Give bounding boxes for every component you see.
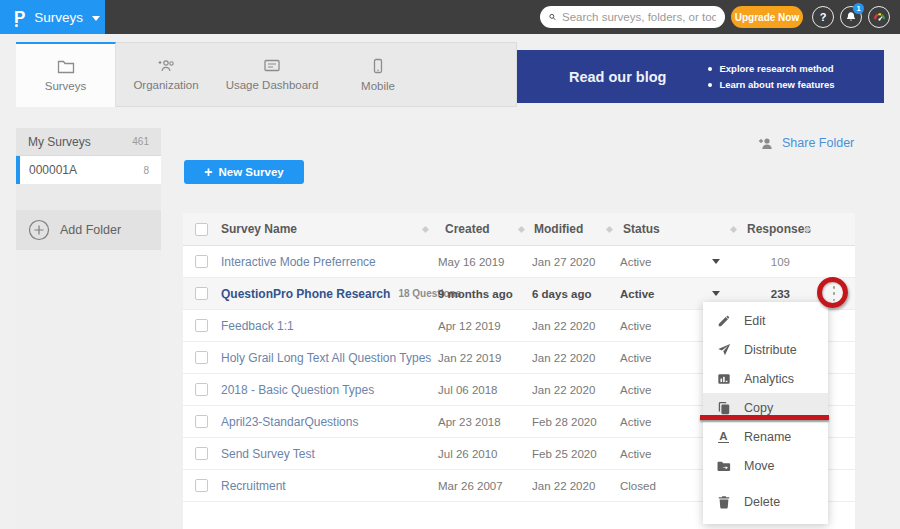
move-folder-icon bbox=[716, 459, 731, 473]
status-cell[interactable]: Active bbox=[620, 246, 651, 277]
tab-usage-dashboard[interactable]: Usage Dashboard bbox=[216, 43, 328, 106]
usage-meter-button[interactable] bbox=[868, 6, 890, 28]
column-header-modified[interactable]: Modified bbox=[534, 213, 583, 245]
bullet-icon bbox=[708, 83, 712, 87]
global-search[interactable] bbox=[540, 6, 725, 28]
row-checkbox[interactable] bbox=[195, 319, 208, 332]
menu-item-label: Distribute bbox=[744, 343, 797, 357]
gauge-icon bbox=[873, 11, 886, 24]
row-checkbox[interactable] bbox=[195, 287, 208, 300]
row-checkbox[interactable] bbox=[195, 415, 208, 428]
menu-item-move[interactable]: Move bbox=[703, 451, 828, 480]
folders-sidebar: My Surveys 461 000001A 8 Add Folder bbox=[16, 128, 161, 529]
survey-name-link[interactable]: Recruitment bbox=[221, 470, 286, 501]
created-cell: Apr 23 2018 bbox=[438, 406, 501, 437]
menu-item-label: Analytics bbox=[744, 372, 794, 386]
column-header-responses[interactable]: Responses bbox=[747, 213, 811, 245]
chevron-down-icon bbox=[92, 16, 100, 21]
new-survey-label: New Survey bbox=[218, 166, 283, 178]
help-button[interactable]: ? bbox=[812, 6, 834, 28]
copy-icon bbox=[716, 401, 731, 415]
app-logo-menu[interactable]: P Surveys bbox=[0, 0, 105, 34]
tab-mobile[interactable]: Mobile bbox=[328, 43, 428, 106]
tab-label: Mobile bbox=[361, 80, 395, 92]
sidebar-item-000001a[interactable]: 000001A 8 bbox=[16, 156, 161, 184]
created-cell: Jul 26 2010 bbox=[438, 438, 497, 469]
row-checkbox[interactable] bbox=[195, 447, 208, 460]
status-cell[interactable]: Active bbox=[620, 310, 651, 341]
survey-name-link[interactable]: Interactive Mode Preferrence bbox=[221, 246, 376, 277]
module-tabs: Surveys Organization Usage Dashboard Mob… bbox=[16, 42, 517, 107]
survey-name-link[interactable]: Send Survey Test bbox=[221, 438, 315, 469]
banner-bullets: Explore research method Learn about new … bbox=[708, 63, 834, 90]
bullet-icon bbox=[708, 67, 712, 71]
column-header-survey-name[interactable]: Survey Name bbox=[221, 213, 297, 245]
new-survey-button[interactable]: + New Survey bbox=[184, 160, 304, 184]
row-checkbox[interactable] bbox=[195, 383, 208, 396]
created-cell: Mar 26 2007 bbox=[438, 470, 503, 501]
modified-cell: Jan 27 2020 bbox=[532, 246, 595, 277]
share-folder-link[interactable]: Share Folder bbox=[758, 136, 854, 150]
banner-bullet-text: Explore research method bbox=[719, 63, 833, 74]
menu-item-label: Edit bbox=[744, 314, 766, 328]
sort-icon[interactable] bbox=[730, 226, 737, 233]
caret-down-icon bbox=[712, 291, 720, 296]
sort-icon[interactable] bbox=[606, 226, 613, 233]
tab-organization[interactable]: Organization bbox=[116, 43, 216, 106]
bar-chart-icon bbox=[716, 372, 731, 386]
folder-label: My Surveys bbox=[28, 135, 91, 149]
caret-down-icon bbox=[712, 259, 720, 264]
annotation-red-underline bbox=[700, 415, 829, 420]
folder-count: 8 bbox=[143, 165, 149, 176]
search-input[interactable] bbox=[562, 11, 716, 23]
menu-item-distribute[interactable]: Distribute bbox=[703, 335, 828, 364]
annotation-red-circle bbox=[817, 277, 848, 308]
menu-item-rename[interactable]: A Rename bbox=[703, 422, 828, 451]
menu-item-edit[interactable]: Edit bbox=[703, 306, 828, 335]
column-header-status[interactable]: Status bbox=[623, 213, 660, 245]
status-cell[interactable]: Active bbox=[620, 406, 651, 437]
plus-circle-icon bbox=[28, 219, 50, 241]
menu-item-analytics[interactable]: Analytics bbox=[703, 364, 828, 393]
folder-count: 461 bbox=[132, 136, 149, 147]
status-cell[interactable]: Active bbox=[620, 342, 651, 373]
survey-name-link[interactable]: 2018 - Basic Question Types bbox=[221, 374, 374, 405]
blog-banner[interactable]: Read our blog Explore research method Le… bbox=[517, 50, 884, 103]
search-icon bbox=[549, 11, 556, 23]
sort-icon[interactable] bbox=[422, 226, 429, 233]
pencil-icon bbox=[716, 314, 731, 328]
add-people-icon bbox=[157, 58, 176, 73]
menu-item-label: Move bbox=[744, 459, 775, 473]
status-cell[interactable]: Closed bbox=[620, 470, 656, 501]
status-cell[interactable]: Active bbox=[620, 278, 655, 309]
screen-icon bbox=[263, 58, 281, 73]
folder-label: 000001A bbox=[29, 163, 77, 177]
sidebar-item-my-surveys[interactable]: My Surveys 461 bbox=[16, 128, 161, 156]
tab-surveys[interactable]: Surveys bbox=[16, 42, 116, 107]
survey-name-link[interactable]: Holy Grail Long Text All Question Types bbox=[221, 342, 431, 373]
modified-cell: Feb 25 2020 bbox=[532, 438, 597, 469]
row-checkbox[interactable] bbox=[195, 479, 208, 492]
modified-cell: Jan 22 2020 bbox=[532, 374, 595, 405]
row-checkbox[interactable] bbox=[195, 255, 208, 268]
question-mark-icon: ? bbox=[820, 11, 827, 23]
sort-icon[interactable] bbox=[518, 226, 525, 233]
status-dropdown[interactable] bbox=[712, 246, 720, 277]
survey-name-link[interactable]: April23-StandarQuestions bbox=[221, 406, 358, 437]
add-folder-button[interactable]: Add Folder bbox=[16, 210, 161, 250]
share-folder-label: Share Folder bbox=[782, 136, 854, 150]
upgrade-now-button[interactable]: Upgrade Now bbox=[731, 6, 803, 28]
select-all-checkbox[interactable] bbox=[195, 223, 208, 236]
menu-item-delete[interactable]: Delete bbox=[703, 487, 828, 516]
paper-plane-icon bbox=[716, 343, 731, 357]
status-cell[interactable]: Active bbox=[620, 438, 651, 469]
modified-cell: Jan 22 2020 bbox=[532, 470, 595, 501]
survey-name-link[interactable]: Feedback 1:1 bbox=[221, 310, 294, 341]
status-cell[interactable]: Active bbox=[620, 374, 651, 405]
banner-title: Read our blog bbox=[569, 69, 666, 85]
column-header-created[interactable]: Created bbox=[445, 213, 490, 245]
survey-name-link[interactable]: QuestionPro Phone Research18 Questions bbox=[221, 278, 461, 309]
row-checkbox[interactable] bbox=[195, 351, 208, 364]
created-cell: May 16 2019 bbox=[438, 246, 505, 277]
created-cell: Apr 12 2019 bbox=[438, 310, 501, 341]
